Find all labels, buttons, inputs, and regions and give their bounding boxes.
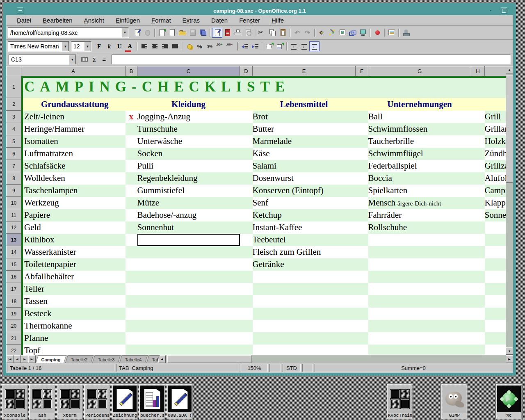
taskbar-tile-periodensy[interactable]: Periodensy	[84, 384, 110, 420]
row-header-5[interactable]: 5	[7, 135, 21, 148]
cell-D18[interactable]	[240, 295, 253, 308]
cell-A10[interactable]: Werkzeug	[21, 197, 126, 209]
menu-ansicht[interactable]: Ansicht	[78, 16, 110, 25]
cell-D16[interactable]	[240, 271, 253, 283]
row-header-13[interactable]: 13	[7, 234, 21, 246]
row-header-20[interactable]: 20	[7, 320, 21, 332]
hscroll-right-icon[interactable]: ▶	[506, 355, 513, 363]
cell-G20[interactable]	[368, 320, 471, 332]
cell-B2[interactable]	[126, 98, 137, 111]
cell-E21[interactable]	[253, 332, 356, 345]
cell-H13[interactable]	[471, 234, 485, 246]
cell-H2[interactable]	[471, 98, 485, 111]
row-header-2[interactable]: 2	[7, 98, 21, 111]
grid-corner-cell[interactable]	[7, 66, 21, 76]
hscroll-left-icon[interactable]: ◀	[158, 355, 166, 363]
column-header-B[interactable]: B	[126, 66, 137, 76]
font-name-value[interactable]: Times New Roman	[8, 43, 62, 50]
cell-G9[interactable]: Spielkarten	[368, 185, 471, 197]
cell-H20[interactable]	[471, 320, 485, 332]
cell-B7[interactable]	[126, 160, 137, 172]
cell-F8[interactable]	[356, 172, 368, 185]
cell-F16[interactable]	[356, 271, 368, 283]
cell-H21[interactable]	[471, 332, 485, 345]
cell-D17[interactable]	[240, 283, 253, 295]
cell-C4[interactable]: Turnschuhe	[137, 123, 240, 135]
font-size-value[interactable]: 12	[71, 43, 84, 50]
status-segment-4[interactable]: STD	[283, 364, 301, 372]
scroll-down-icon[interactable]: ▼	[506, 347, 513, 355]
taskbar-tile-gimp[interactable]: GIMP	[441, 384, 468, 420]
cell-E5[interactable]: Marmelade	[253, 135, 356, 148]
cell-D22[interactable]	[240, 345, 253, 355]
cell-C18[interactable]	[137, 295, 240, 308]
cell-B17[interactable]	[126, 283, 137, 295]
cell-A18[interactable]: Tassen	[21, 295, 126, 308]
cell-F22[interactable]	[356, 345, 368, 355]
cell-B20[interactable]	[126, 320, 137, 332]
cell-H8[interactable]	[471, 172, 485, 185]
cell-E16[interactable]	[253, 271, 356, 283]
tab-nav-next-icon[interactable]: ▶	[21, 355, 28, 363]
cell-D6[interactable]	[240, 148, 253, 160]
cell-H6[interactable]	[471, 148, 485, 160]
cell-D5[interactable]	[240, 135, 253, 148]
cell-G2[interactable]: Unternehmungen	[368, 98, 471, 111]
align-top-icon[interactable]: ↑	[289, 41, 299, 51]
stamp-icon[interactable]	[401, 28, 411, 38]
tab-nav-last-icon[interactable]: ▶|	[28, 355, 36, 363]
cell-E2[interactable]: Lebensmittel	[253, 98, 356, 111]
menu-extras[interactable]: Extras	[177, 16, 206, 25]
cell-E14[interactable]: Fleisch zum Grillen	[253, 246, 356, 258]
cell-E18[interactable]	[253, 295, 356, 308]
increase-indent-icon[interactable]	[250, 41, 260, 51]
cell-H18[interactable]	[471, 295, 485, 308]
cell-B13[interactable]	[126, 234, 137, 246]
url-value[interactable]: /home/rolf/camping-08.sxc	[8, 30, 121, 36]
sum-button[interactable]: Σ	[89, 55, 99, 64]
row-header-4[interactable]: 4	[7, 123, 21, 135]
row-header-12[interactable]: 12	[7, 221, 21, 234]
cell-C10[interactable]: Mütze	[137, 197, 240, 209]
row-header-16[interactable]: 16	[7, 271, 21, 283]
cell-G13[interactable]	[368, 234, 471, 246]
row-header-14[interactable]: 14	[7, 246, 21, 258]
number-format-standard-icon[interactable]: $%	[205, 41, 215, 51]
cell-G19[interactable]	[368, 308, 471, 320]
cell-D20[interactable]	[240, 320, 253, 332]
cell-A15[interactable]: Toilettenpapier	[21, 258, 126, 271]
align-middle-icon[interactable]: ↕	[299, 41, 309, 51]
menu-einfügen[interactable]: Einfügen	[110, 16, 146, 25]
cell-B11[interactable]	[126, 209, 137, 221]
cell-A6[interactable]: Luftmatratzen	[21, 148, 126, 160]
cell-E17[interactable]	[253, 283, 356, 295]
url-combobox[interactable]: /home/rolf/camping-08.sxc ▼	[8, 27, 129, 38]
cell-F6[interactable]	[356, 148, 368, 160]
iconify-button[interactable]	[17, 7, 23, 14]
cell-B12[interactable]	[126, 221, 137, 234]
cell-A20[interactable]: Thermokanne	[21, 320, 126, 332]
row-header-10[interactable]: 10	[7, 197, 21, 209]
cell-D3[interactable]	[240, 111, 253, 123]
row-header-15[interactable]: 15	[7, 258, 21, 271]
cell-G17[interactable]	[368, 283, 471, 295]
cell-B6[interactable]	[126, 148, 137, 160]
cell-E22[interactable]	[253, 345, 356, 355]
status-segment-3[interactable]	[269, 364, 281, 372]
cell-C19[interactable]	[137, 308, 240, 320]
row-header-11[interactable]: 11	[7, 209, 21, 221]
cell-G7[interactable]: Federballspiel	[368, 160, 471, 172]
insert-graphics-icon[interactable]	[386, 28, 397, 38]
cell-B3[interactable]: x	[126, 111, 137, 123]
column-header-D[interactable]: D	[240, 66, 253, 76]
cell-C12[interactable]: Sonnenhut	[137, 221, 240, 234]
cell-A14[interactable]: Wasserkanister	[21, 246, 126, 258]
formula-area-icon[interactable]	[80, 55, 89, 64]
taskbar-tile-zeichnung[interactable]: Zeichnung-	[112, 384, 138, 420]
cell-F4[interactable]	[356, 123, 368, 135]
cell-A9[interactable]: Taschenlampen	[21, 185, 126, 197]
cell-G21[interactable]	[368, 332, 471, 345]
cell-F9[interactable]	[356, 185, 368, 197]
cell-C7[interactable]: Pulli	[137, 160, 240, 172]
cell-C11[interactable]: Badehose/-anzug	[137, 209, 240, 221]
